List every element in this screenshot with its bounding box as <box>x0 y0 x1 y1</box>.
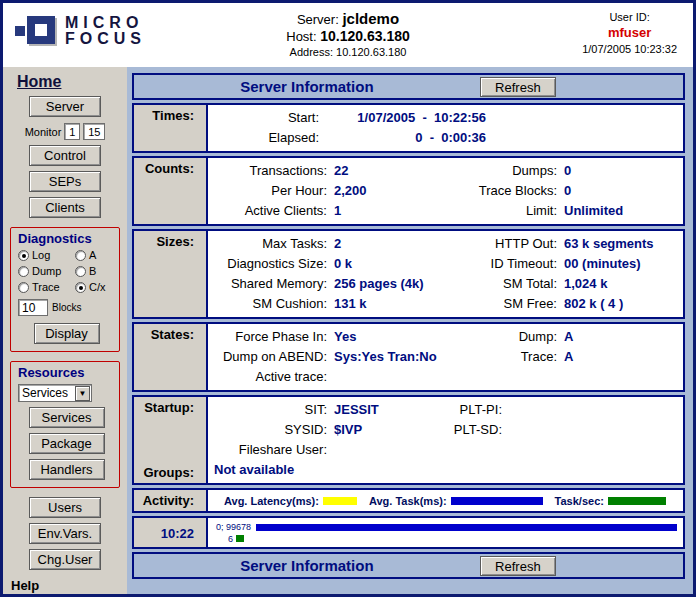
section-title: Server Information <box>134 78 480 95</box>
application-window: MICRO FOCUS Server: jcldemo Host: 10.120… <box>0 0 696 597</box>
startup-section: Startup: Groups: SIT: JESSIT PLT-PI: SYS… <box>132 395 685 485</box>
groups-label: Groups: <box>143 465 194 480</box>
task-activity-row: 0; 99678 <box>216 521 679 533</box>
home-link[interactable]: Home <box>17 73 61 91</box>
field-label: Fileshare User: <box>214 440 334 460</box>
radio-trace-label: Trace <box>32 281 60 293</box>
field-label: Elapsed: <box>214 128 326 148</box>
monitor-controls: Monitor <box>25 123 106 140</box>
blocks-input[interactable] <box>18 299 48 316</box>
refresh-button-top[interactable]: Refresh <box>480 77 556 97</box>
field-label: Max Tasks: <box>214 234 334 254</box>
field-label: SM Cushion: <box>214 294 334 314</box>
seps-button[interactable]: SEPs <box>29 171 101 192</box>
field-value: 22 <box>334 161 449 181</box>
resources-dropdown[interactable]: Services <box>18 384 92 402</box>
field-label: PLT-PI: <box>449 400 509 420</box>
services-button[interactable]: Services <box>29 407 105 428</box>
field-value: 0 - 0:00:36 <box>326 128 486 148</box>
latency-legend-bar <box>323 497 357 505</box>
field-label: Active trace: <box>214 367 334 387</box>
user-info: User ID: mfuser 1/07/2005 10:23:32 <box>582 11 677 55</box>
address-value: 10.120.63.180 <box>336 46 406 58</box>
user-id-label: User ID: <box>582 11 677 23</box>
host-label: Host: <box>286 29 316 44</box>
display-button[interactable]: Display <box>34 323 100 344</box>
radio-b[interactable]: B <box>75 265 115 277</box>
radio-a-indicator <box>75 250 86 261</box>
section-title-bottom: Server Information <box>134 557 480 574</box>
field-value <box>509 440 677 460</box>
field-label: Dumps: <box>449 161 564 181</box>
users-button[interactable]: Users <box>29 497 101 518</box>
radio-cx[interactable]: C/x <box>75 281 115 293</box>
sidebar: Home Server Monitor Control SEPs Clients… <box>3 67 127 594</box>
field-label <box>449 440 509 460</box>
avg-task-legend: Avg. Task(ms): <box>369 495 543 507</box>
field-value: 0 <box>564 181 677 201</box>
env-vars-button[interactable]: Env.Vars. <box>29 523 101 544</box>
field-label: HTTP Out: <box>449 234 564 254</box>
field-value <box>334 440 449 460</box>
host-value: 10.120.63.180 <box>320 28 410 44</box>
field-label: ID Timeout: <box>449 254 564 274</box>
logo-square-shape <box>13 24 27 38</box>
sizes-section: Sizes: Max Tasks: 2 HTTP Out: 63 k segme… <box>132 229 685 319</box>
radio-trace[interactable]: Trace <box>18 281 75 293</box>
radio-trace-indicator <box>18 282 29 293</box>
field-label: SIT: <box>214 400 334 420</box>
field-label: Dump: <box>449 327 564 347</box>
latency-legend-label: Avg. Latency(ms): <box>224 495 319 507</box>
times-section: Times: Start: 1/07/2005 - 10:22:56 Elaps… <box>132 103 685 153</box>
radio-dump[interactable]: Dump <box>18 265 75 277</box>
field-value: 2,200 <box>334 181 449 201</box>
field-label <box>449 367 564 387</box>
activity-time-label: 10:22 <box>134 518 208 547</box>
field-label: Force Phase In: <box>214 327 334 347</box>
field-value: 63 k segments <box>564 234 677 254</box>
handlers-button[interactable]: Handlers <box>29 459 105 480</box>
field-label: Per Hour: <box>214 181 334 201</box>
field-label: Trace: <box>449 347 564 367</box>
logo-ring-shape <box>27 16 55 44</box>
address-line: Address: 10.120.63.180 <box>286 46 410 58</box>
monitor-field-1[interactable] <box>64 123 80 140</box>
states-section: States: Force Phase In: Yes Dump: A Dump… <box>132 322 685 392</box>
server-information-panel: Server Information Refresh Times: Start:… <box>127 67 693 594</box>
field-value: A <box>564 327 677 347</box>
field-value: JESSIT <box>334 400 449 420</box>
tasksec-value-text: 6 <box>228 534 233 544</box>
diagnostics-panel: Diagnostics Log A Dump <box>10 227 120 352</box>
refresh-button-bottom[interactable]: Refresh <box>480 556 556 576</box>
radio-log-indicator <box>18 250 29 261</box>
field-value: Sys:Yes Tran:No <box>334 347 449 367</box>
monitor-field-2[interactable] <box>83 123 105 140</box>
chg-user-button[interactable]: Chg.User <box>29 549 101 570</box>
radio-log[interactable]: Log <box>18 249 75 261</box>
micro-focus-logo-text: MICRO FOCUS <box>65 15 146 47</box>
clients-button[interactable]: Clients <box>29 197 101 218</box>
control-button[interactable]: Control <box>29 145 101 166</box>
field-value: 1/07/2005 - 10:22:56 <box>326 108 486 128</box>
field-label: Active Clients: <box>214 201 334 221</box>
latency-legend: Avg. Latency(ms): <box>224 495 357 507</box>
package-button[interactable]: Package <box>29 433 105 454</box>
groups-value: Not available <box>214 460 677 480</box>
field-value: 2 <box>334 234 449 254</box>
radio-cx-indicator <box>75 282 86 293</box>
field-value <box>564 367 677 387</box>
field-value <box>509 400 677 420</box>
field-label: Transactions: <box>214 161 334 181</box>
avg-task-bar <box>256 524 677 531</box>
field-value: 1,024 k <box>564 274 677 294</box>
field-value: $IVP <box>334 420 449 440</box>
activity-legend-section: Activity: Avg. Latency(ms): Avg. Task(ms… <box>132 488 685 513</box>
field-label: Shared Memory: <box>214 274 334 294</box>
radio-a-label: A <box>89 249 96 261</box>
tasksec-legend: Task/sec: <box>555 495 666 507</box>
server-button[interactable]: Server <box>29 96 101 117</box>
server-identity: Server: jcldemo Host: 10.120.63.180 Addr… <box>286 10 410 58</box>
field-value: 00 (minutes) <box>564 254 677 274</box>
radio-a[interactable]: A <box>75 249 115 261</box>
field-label: Limit: <box>449 201 564 221</box>
